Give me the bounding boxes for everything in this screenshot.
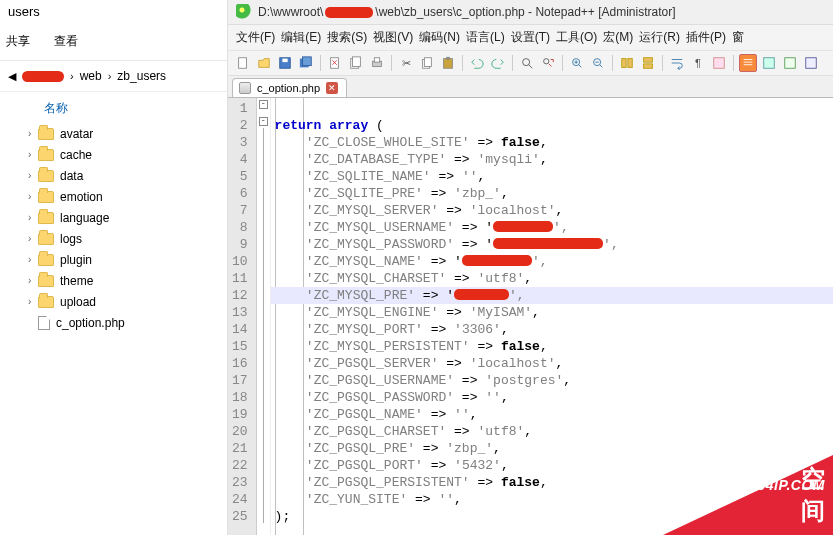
tree-item[interactable]: ›emotion [20,186,227,207]
code-line[interactable]: 'ZC_CLOSE_WHOLE_SITE' => false, [271,134,833,151]
explorer-share-tab[interactable]: 共享 [6,33,30,50]
code-line[interactable]: 'ZC_MYSQL_PRE' => '', [271,287,833,304]
code-line[interactable]: 'ZC_PGSQL_PASSWORD' => '', [271,389,833,406]
code-line[interactable]: 'ZC_PGSQL_PORT' => '5432', [271,457,833,474]
tree-item[interactable]: ›language [20,207,227,228]
column-header-name[interactable]: 名称 [0,92,227,123]
menu-item[interactable]: 编辑(E) [281,29,321,46]
menu-item[interactable]: 搜索(S) [327,29,367,46]
indent-guide-icon[interactable] [710,54,728,72]
zoom-out-icon[interactable] [589,54,607,72]
cut-icon[interactable]: ✂ [397,54,415,72]
menu-item[interactable]: 文件(F) [236,29,275,46]
tree-item[interactable]: c_option.php [20,312,227,333]
code-line[interactable]: 'ZC_MYSQL_NAME' => '', [271,253,833,270]
menu-item[interactable]: 视图(V) [373,29,413,46]
show-all-icon[interactable]: ¶ [689,54,707,72]
sync-icon[interactable] [618,54,636,72]
chevron-right-icon[interactable]: › [28,170,38,181]
code-line[interactable]: 'ZC_YUN_SITE' => '', [271,491,833,508]
file-explorer: users 共享 查看 ◀ › web › zb_users 名称 ›avata… [0,0,228,535]
print-icon[interactable] [368,54,386,72]
code-line[interactable]: 'ZC_PGSQL_PERSISTENT' => false, [271,474,833,491]
new-file-icon[interactable] [234,54,252,72]
tab-close-icon[interactable]: ✕ [326,82,338,94]
code-area[interactable]: return array ( 'ZC_CLOSE_WHOLE_SITE' => … [271,98,833,535]
chevron-right-icon[interactable]: › [28,233,38,244]
menu-item[interactable]: 编码(N) [419,29,460,46]
wordwrap-icon[interactable] [668,54,686,72]
code-line[interactable]: 'ZC_MYSQL_ENGINE' => 'MyISAM', [271,304,833,321]
menu-item[interactable]: 窗 [732,29,744,46]
save-icon[interactable] [276,54,294,72]
menu-item[interactable]: 语言(L) [466,29,505,46]
copy-icon[interactable] [418,54,436,72]
code-line[interactable]: 'ZC_MYSQL_CHARSET' => 'utf8', [271,270,833,287]
close-icon[interactable] [326,54,344,72]
undo-icon[interactable] [468,54,486,72]
code-line[interactable]: 'ZC_DATABASE_TYPE' => 'mysqli', [271,151,833,168]
menu-item[interactable]: 工具(O) [556,29,597,46]
code-line[interactable]: 'ZC_MYSQL_PORT' => '3306', [271,321,833,338]
tree-item[interactable]: ›plugin [20,249,227,270]
menu-item[interactable]: 设置(T) [511,29,550,46]
chevron-right-icon[interactable]: › [28,212,38,223]
breadcrumb[interactable]: ◀ › web › zb_users [0,61,227,92]
chevron-right-icon[interactable]: › [28,275,38,286]
code-editor[interactable]: 1234567891011121314151617181920212223242… [228,98,833,535]
save-all-icon[interactable] [297,54,315,72]
replace-icon[interactable] [539,54,557,72]
sync-h-icon[interactable] [639,54,657,72]
code-line[interactable]: 'ZC_PGSQL_PRE' => 'zbp_', [271,440,833,457]
folder-icon [38,212,54,224]
chevron-right-icon[interactable]: › [28,254,38,265]
code-line[interactable]: return array ( [271,117,833,134]
menu-item[interactable]: 插件(P) [686,29,726,46]
code-line[interactable]: 'ZC_MYSQL_USERNAME' => '', [271,219,833,236]
tab-c-option[interactable]: c_option.php ✕ [232,78,347,97]
tree-item[interactable]: ›avatar [20,123,227,144]
function-list-icon[interactable] [760,54,778,72]
open-file-icon[interactable] [255,54,273,72]
fold-box-icon[interactable]: - [259,100,268,109]
zoom-in-icon[interactable] [568,54,586,72]
code-line[interactable]: 'ZC_PGSQL_SERVER' => 'localhost', [271,355,833,372]
breadcrumb-back-icon[interactable]: ◀ [8,70,16,83]
code-line[interactable] [271,100,833,117]
tree-item[interactable]: ›theme [20,270,227,291]
menu-item[interactable]: 运行(R) [639,29,680,46]
breadcrumb-zb-users[interactable]: zb_users [117,69,166,83]
fold-box-icon[interactable]: - [259,117,268,126]
code-line[interactable]: 'ZC_MYSQL_PASSWORD' => '', [271,236,833,253]
code-line[interactable]: 'ZC_PGSQL_USERNAME' => 'postgres', [271,372,833,389]
breadcrumb-web[interactable]: web [80,69,102,83]
code-line[interactable]: 'ZC_MYSQL_SERVER' => 'localhost', [271,202,833,219]
code-line[interactable]: ); [271,508,833,525]
chevron-right-icon[interactable]: › [28,296,38,307]
tree-item[interactable]: ›logs [20,228,227,249]
chevron-right-icon[interactable]: › [28,149,38,160]
fold-column[interactable]: - - [257,98,271,535]
code-line[interactable]: 'ZC_PGSQL_CHARSET' => 'utf8', [271,423,833,440]
redo-icon[interactable] [489,54,507,72]
explorer-view-tab[interactable]: 查看 [54,33,78,50]
code-line[interactable]: 'ZC_MYSQL_PERSISTENT' => false, [271,338,833,355]
close-all-icon[interactable] [347,54,365,72]
tree-item[interactable]: ›cache [20,144,227,165]
folder-icon [38,170,54,182]
chevron-right-icon[interactable]: › [28,191,38,202]
menu-item[interactable]: 宏(M) [603,29,633,46]
code-line[interactable]: 'ZC_SQLITE_PRE' => 'zbp_', [271,185,833,202]
chevron-right-icon[interactable]: › [28,128,38,139]
doc-switcher-icon[interactable] [802,54,820,72]
svg-rect-7 [353,57,361,67]
tree-item[interactable]: ›upload [20,291,227,312]
find-icon[interactable] [518,54,536,72]
title-bar[interactable]: D:\wwwroot\ \web\zb_users\c_option.php -… [228,0,833,25]
tree-item[interactable]: ›data [20,165,227,186]
paste-icon[interactable] [439,54,457,72]
code-line[interactable]: 'ZC_PGSQL_NAME' => '', [271,406,833,423]
doc-map-icon[interactable] [739,54,757,72]
code-line[interactable]: 'ZC_SQLITE_NAME' => '', [271,168,833,185]
folder-panel-icon[interactable] [781,54,799,72]
